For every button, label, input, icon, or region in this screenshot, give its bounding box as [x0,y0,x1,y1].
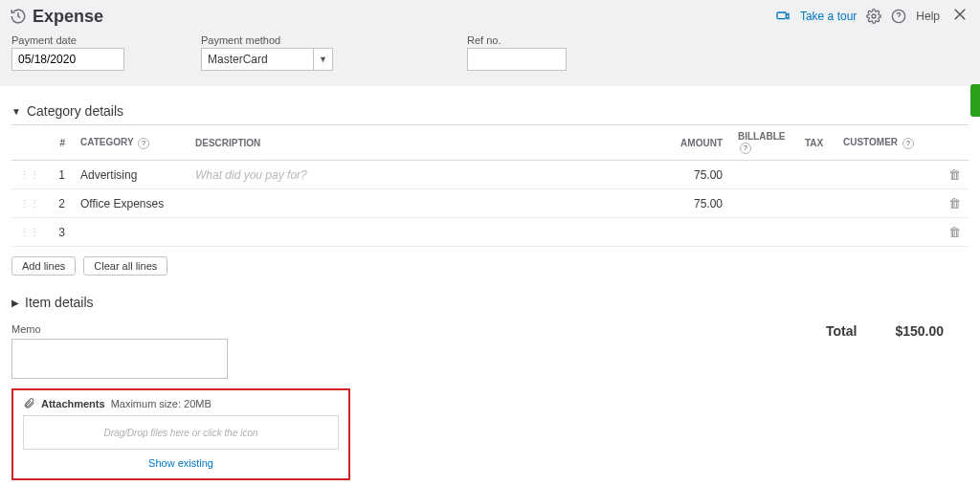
trash-icon[interactable]: 🗑 [948,167,961,182]
payment-method-field: Payment method MasterCard ▼ [201,34,333,71]
row-description-input[interactable] [195,197,656,210]
trash-icon[interactable]: 🗑 [948,196,961,210]
category-table: # CATEGORY ? DESCRIPTION AMOUNT BILLABLE… [11,124,969,247]
col-category: CATEGORY ? [73,125,188,161]
help-icon[interactable]: ? [740,143,751,154]
row-customer[interactable] [835,161,941,189]
category-details-title: Category details [27,103,123,119]
row-amount[interactable]: 75.00 [663,189,730,218]
svg-rect-0 [777,12,786,19]
row-billable[interactable] [730,189,797,218]
help-icon[interactable]: ? [138,138,149,149]
item-details-toggle[interactable]: ▶ Item details [11,295,969,310]
payment-method-select[interactable]: MasterCard [201,48,314,71]
paperclip-icon [23,397,35,409]
chevron-down-icon[interactable]: ▼ [314,48,333,71]
col-billable: BILLABLE ? [730,125,797,161]
clear-lines-button[interactable]: Clear all lines [83,256,167,276]
payment-date-input[interactable] [11,48,124,71]
col-customer: CUSTOMER ? [835,125,941,161]
row-category[interactable]: Office Expenses [73,189,188,218]
show-existing-link[interactable]: Show existing [23,457,339,469]
tour-icon [775,9,791,24]
grip-icon[interactable]: ⋮⋮ [19,198,40,210]
row-tax[interactable] [797,189,835,218]
attachments-dropzone[interactable]: Drag/Drop files here or click the icon [23,415,339,450]
row-customer[interactable] [835,189,941,218]
help-label[interactable]: Help [916,10,940,23]
row-billable[interactable] [730,161,797,189]
row-amount[interactable] [663,218,730,247]
payment-date-field: Payment date [11,34,124,71]
side-tab[interactable] [970,84,980,117]
attachments-max: Maximum size: 20MB [111,398,212,409]
row-tax[interactable] [797,218,835,247]
row-num: 2 [48,189,73,218]
fields-row: Payment date Payment method MasterCard ▼… [0,29,980,86]
row-customer[interactable] [835,218,941,247]
memo-input[interactable] [11,339,228,379]
table-row[interactable]: ⋮⋮ 1 Advertising 75.00 🗑 [11,161,969,189]
attachments-label: Attachments [41,398,105,409]
row-num: 3 [48,218,73,247]
row-num: 1 [48,161,73,189]
page-title: Expense [33,7,103,27]
col-tax: TAX [797,125,835,161]
help-icon[interactable] [891,9,906,24]
title-wrap: Expense [10,7,103,27]
ref-no-label: Ref no. [467,34,567,46]
attachments-panel: Attachments Maximum size: 20MB Drag/Drop… [11,388,350,480]
gear-icon[interactable] [866,9,881,24]
close-icon[interactable] [949,4,970,29]
ref-no-input[interactable] [467,48,567,71]
payment-date-label: Payment date [11,34,124,46]
col-description: DESCRIPTION [188,125,663,161]
row-category[interactable]: Advertising [73,161,188,189]
svg-point-1 [872,14,876,18]
category-details-toggle[interactable]: ▼ Category details [11,103,969,119]
table-header-row: # CATEGORY ? DESCRIPTION AMOUNT BILLABLE… [11,125,969,161]
total-label: Total [826,323,857,339]
ref-no-field: Ref no. [467,34,567,71]
attachments-header: Attachments Maximum size: 20MB [23,394,339,415]
memo-total-row: Memo Total $150.00 [11,323,969,379]
table-row[interactable]: ⋮⋮ 2 Office Expenses 75.00 🗑 [11,189,969,218]
top-actions: Take a tour Help [775,4,970,29]
row-tax[interactable] [797,161,835,189]
item-details-title: Item details [25,295,94,310]
row-billable[interactable] [730,218,797,247]
memo-field: Memo [11,323,228,379]
add-lines-button[interactable]: Add lines [11,256,76,276]
line-buttons: Add lines Clear all lines [11,256,969,276]
take-a-tour-link[interactable]: Take a tour [800,10,857,23]
payment-method-label: Payment method [201,34,333,46]
grip-icon[interactable]: ⋮⋮ [19,169,40,181]
total-value: $150.00 [895,323,944,339]
col-num: # [48,125,73,161]
row-amount[interactable]: 75.00 [663,161,730,189]
memo-label: Memo [11,323,228,335]
help-icon[interactable]: ? [902,138,914,149]
history-icon [10,8,27,25]
col-amount: AMOUNT [663,125,730,161]
total: Total $150.00 [826,323,969,339]
row-category[interactable] [73,218,188,247]
top-bar: Expense Take a tour Help [0,0,980,29]
grip-icon[interactable]: ⋮⋮ [19,227,40,238]
table-row[interactable]: ⋮⋮ 3 🗑 [11,218,969,247]
row-description-input[interactable] [195,168,656,182]
row-description-input[interactable] [195,226,656,239]
trash-icon[interactable]: 🗑 [948,225,961,239]
caret-down-icon: ▼ [11,106,21,117]
caret-right-icon: ▶ [11,298,19,308]
